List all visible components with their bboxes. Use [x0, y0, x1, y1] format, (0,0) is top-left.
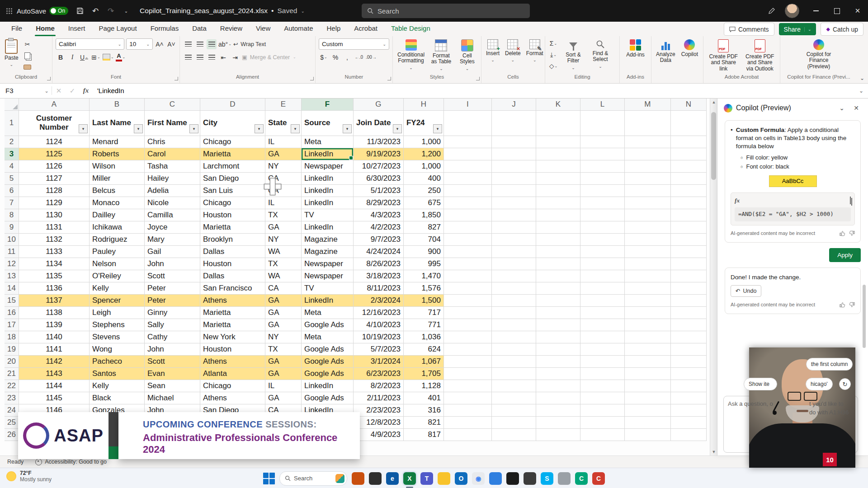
- cell-I23[interactable]: [443, 392, 491, 404]
- cell-J19[interactable]: [491, 343, 536, 355]
- filter-icon-C[interactable]: ▾: [189, 124, 198, 133]
- cell-D2[interactable]: Chicago: [200, 136, 265, 148]
- filter-icon-F[interactable]: ▾: [343, 124, 352, 133]
- user-avatar[interactable]: [785, 4, 799, 18]
- cell-I3[interactable]: [443, 148, 491, 160]
- cell-H11[interactable]: 900: [403, 245, 443, 258]
- cell-L9[interactable]: [580, 221, 624, 233]
- cell-G11[interactable]: 4/24/2024: [353, 245, 403, 258]
- cell-L17[interactable]: [580, 319, 624, 331]
- cell-A19[interactable]: 1141: [19, 343, 89, 355]
- cell-A7[interactable]: 1129: [19, 197, 89, 209]
- cell-G6[interactable]: 5/1/2023: [353, 184, 403, 197]
- clear-icon[interactable]: ◇⌄: [548, 61, 558, 71]
- share-button[interactable]: Share⌄: [779, 23, 816, 35]
- cell-H8[interactable]: 1,850: [403, 209, 443, 221]
- cell-L19[interactable]: [580, 343, 624, 355]
- worksheet[interactable]: ABCDEFGHIJKLMN1Customer Number▾Last Name…: [0, 99, 710, 455]
- create-pdf-outlook-button[interactable]: Create PDF and Share via Outlook: [743, 38, 777, 73]
- taskbar-icon-edge-browser[interactable]: e: [386, 472, 399, 485]
- cell-E11[interactable]: WA: [265, 245, 301, 258]
- cell-C23[interactable]: Michael: [144, 392, 200, 404]
- cell-D7[interactable]: Chicago: [200, 197, 265, 209]
- cell-F13[interactable]: Newspaper: [301, 270, 353, 282]
- cell-I9[interactable]: [443, 221, 491, 233]
- cell-N15[interactable]: [670, 294, 706, 306]
- cell-H21[interactable]: 1,705: [403, 367, 443, 380]
- cell-N2[interactable]: [670, 136, 706, 148]
- filter-icon-B[interactable]: ▾: [134, 124, 143, 133]
- row-header-5[interactable]: 5: [5, 172, 19, 184]
- cell-G5[interactable]: 6/30/2023: [353, 172, 403, 184]
- ribbon-collapse-icon[interactable]: ⌄: [860, 75, 864, 81]
- cell-F12[interactable]: Newspaper: [301, 258, 353, 270]
- apply-button[interactable]: Apply: [829, 248, 861, 262]
- row-header-10[interactable]: 10: [5, 233, 19, 245]
- increase-indent-icon[interactable]: ⇥: [230, 52, 240, 62]
- cell-M16[interactable]: [624, 306, 670, 319]
- cell-I17[interactable]: [443, 319, 491, 331]
- cell-J16[interactable]: [491, 306, 536, 319]
- col-header-D[interactable]: D: [200, 99, 265, 110]
- cell-F22[interactable]: LinkedIn: [301, 380, 353, 392]
- cell-I8[interactable]: [443, 209, 491, 221]
- header-cell-customer-number[interactable]: Customer Number▾: [19, 110, 89, 136]
- cell-N24[interactable]: [670, 404, 706, 416]
- cell-L12[interactable]: [580, 258, 624, 270]
- cell-K15[interactable]: [536, 294, 580, 306]
- cell-J24[interactable]: [491, 404, 536, 416]
- cell-K6[interactable]: [536, 184, 580, 197]
- cell-J13[interactable]: [491, 270, 536, 282]
- cell-E4[interactable]: NY: [265, 160, 301, 172]
- paste-button[interactable]: Paste⌄: [3, 38, 20, 68]
- cell-N11[interactable]: [670, 245, 706, 258]
- cell-G12[interactable]: 8/26/2023: [353, 258, 403, 270]
- cell-I5[interactable]: [443, 172, 491, 184]
- filter-icon-D[interactable]: ▾: [255, 124, 264, 133]
- copilot-finance-button[interactable]: Copilot for Finance (Preview): [797, 38, 840, 70]
- cell-C19[interactable]: John: [144, 343, 200, 355]
- cell-G13[interactable]: 3/18/2023: [353, 270, 403, 282]
- catch-up-button[interactable]: ◆ Catch up: [821, 23, 863, 36]
- cell-I13[interactable]: [443, 270, 491, 282]
- cell-H26[interactable]: 817: [403, 428, 443, 441]
- cell-H19[interactable]: 624: [403, 343, 443, 355]
- align-left-icon[interactable]: [183, 52, 193, 62]
- cell-B14[interactable]: Kelly: [89, 282, 144, 294]
- cell-I14[interactable]: [443, 282, 491, 294]
- row-header-4[interactable]: 4: [5, 160, 19, 172]
- taskbar-icon-camtasia[interactable]: C: [575, 472, 588, 485]
- currency-icon[interactable]: $⌄: [319, 52, 329, 62]
- add-ins-button[interactable]: Add-ins: [623, 38, 648, 59]
- col-header-J[interactable]: J: [491, 99, 536, 110]
- cell-F15[interactable]: LinkedIn: [301, 294, 353, 306]
- cell-H7[interactable]: 675: [403, 197, 443, 209]
- cell-K3[interactable]: [536, 148, 580, 160]
- cell-G24[interactable]: 2/23/2023: [353, 404, 403, 416]
- cell-C12[interactable]: John: [144, 258, 200, 270]
- pane-scroll-thumb[interactable]: [863, 285, 866, 348]
- cell-M8[interactable]: [624, 209, 670, 221]
- cell-D23[interactable]: Athens: [200, 392, 265, 404]
- cell-A4[interactable]: 1126: [19, 160, 89, 172]
- cell-G21[interactable]: 6/23/2023: [353, 367, 403, 380]
- styles-dialog-launcher[interactable]: [476, 77, 480, 80]
- refresh-suggestions-icon[interactable]: ↻: [839, 378, 851, 390]
- cell-J2[interactable]: [491, 136, 536, 148]
- cell-F21[interactable]: Google Ads: [301, 367, 353, 380]
- cancel-icon[interactable]: ✕: [52, 87, 66, 95]
- cell-M12[interactable]: [624, 258, 670, 270]
- row-header-12[interactable]: 12: [5, 258, 19, 270]
- row-header-20[interactable]: 20: [5, 355, 19, 367]
- cell-N22[interactable]: [670, 380, 706, 392]
- cell-I4[interactable]: [443, 160, 491, 172]
- cell-A2[interactable]: 1124: [19, 136, 89, 148]
- row-header-19[interactable]: 19: [5, 343, 19, 355]
- thumbs-down-icon[interactable]: [849, 230, 855, 236]
- cell-F14[interactable]: TV: [301, 282, 353, 294]
- cell-N6[interactable]: [670, 184, 706, 197]
- taskbar-icon-app-camera[interactable]: [369, 472, 382, 485]
- cell-A12[interactable]: 1134: [19, 258, 89, 270]
- taskbar-icon-skype[interactable]: S: [541, 472, 553, 485]
- cell-G25[interactable]: 12/8/2023: [353, 416, 403, 428]
